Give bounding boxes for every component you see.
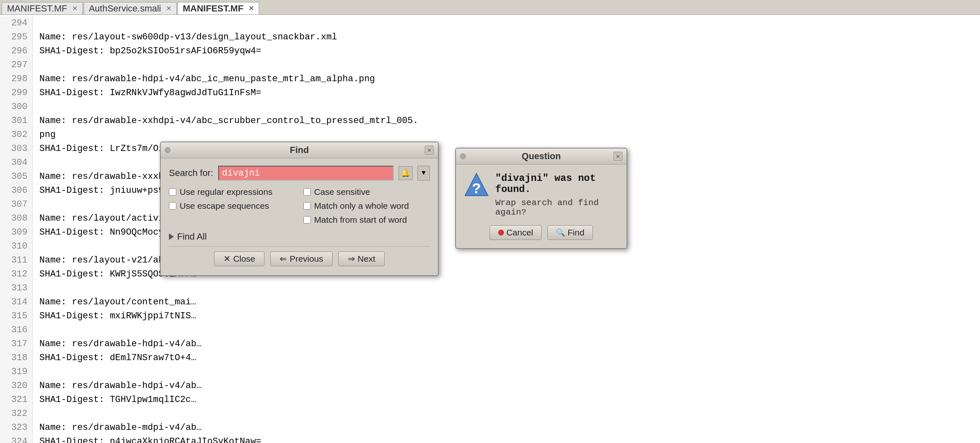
cancel-label: Cancel — [506, 228, 533, 237]
code-line[interactable] — [39, 365, 980, 379]
checkbox-case-input[interactable] — [303, 188, 311, 196]
cancel-button[interactable]: Cancel — [490, 225, 542, 240]
svg-text:?: ? — [472, 181, 481, 197]
code-line[interactable] — [39, 407, 980, 421]
line-number: 301 — [5, 114, 27, 128]
find-dialog-title: Find — [174, 145, 425, 155]
line-number: 302 — [5, 128, 27, 142]
line-number: 299 — [5, 86, 27, 100]
checkbox-whole-word-input[interactable] — [303, 202, 311, 210]
line-number: 313 — [5, 281, 27, 295]
find-dialog: Find ✕ Search for: 🔔 ▼ Use regular expre… — [160, 142, 439, 276]
close-button[interactable]: ✕ Close — [214, 251, 265, 266]
checkbox-escape-label: Use escape sequences — [180, 201, 269, 211]
code-line[interactable]: png — [39, 128, 980, 142]
question-text-area: "divajni" was not found. Wrap search and… — [495, 173, 618, 217]
line-number: 322 — [5, 407, 27, 421]
find-all-label: Find All — [177, 231, 207, 242]
dialog-dot — [165, 147, 171, 153]
question-icon: ? — [464, 173, 489, 197]
cancel-dot-icon — [498, 230, 504, 235]
code-line[interactable]: SHA1-Digest: TGHVlpw1mqlIC2c… — [39, 393, 980, 407]
line-number: 321 — [5, 393, 27, 407]
code-line[interactable] — [39, 58, 980, 72]
next-label: Next — [358, 254, 375, 264]
question-content: ? "divajni" was not found. Wrap search a… — [464, 173, 618, 217]
line-number: 311 — [5, 253, 27, 267]
code-line[interactable]: Name: res/drawable-mdpi-v4/ab… — [39, 421, 980, 435]
find-all-triangle-icon — [169, 233, 174, 240]
tab-close-1[interactable]: ✕ — [72, 5, 77, 12]
find-all-row[interactable]: Find All — [169, 231, 430, 242]
search-dropdown-icon[interactable]: ▼ — [417, 166, 430, 180]
question-buttons: Cancel 🔍 Find — [464, 225, 618, 240]
checkbox-case[interactable]: Case sensitive — [303, 187, 430, 197]
checkbox-start-word-label: Match from start of word — [314, 215, 407, 225]
question-dialog-title: Question — [469, 151, 613, 162]
line-number: 310 — [5, 240, 27, 253]
tab-close-2[interactable]: ✕ — [166, 5, 171, 12]
question-close-button[interactable]: ✕ — [613, 152, 622, 161]
line-number: 295 — [5, 30, 27, 44]
code-line[interactable]: SHA1-Digest: dEml7NSraw7tO+4… — [39, 351, 980, 365]
line-number: 304 — [5, 156, 27, 170]
tab-bar: MANIFEST.MF ✕ AuthService.smali ✕ MANIFE… — [0, 0, 980, 15]
tab-manifest-1[interactable]: MANIFEST.MF ✕ — [2, 2, 83, 14]
search-clear-icon[interactable]: 🔔 — [399, 166, 413, 180]
search-row: Search for: 🔔 ▼ — [169, 166, 430, 180]
line-number: 305 — [5, 170, 27, 184]
line-number: 294 — [5, 16, 27, 30]
code-line[interactable]: Name: res/drawable-hdpi-v4/ab… — [39, 337, 980, 351]
code-line[interactable]: SHA1-Digest: bp25o2kSIOo51rsAFiO6R59yqw4… — [39, 44, 980, 58]
line-number: 307 — [5, 198, 27, 212]
tab-label: AuthService.smali — [89, 3, 161, 14]
tab-label: MANIFEST.MF — [7, 3, 67, 14]
tab-authservice[interactable]: AuthService.smali ✕ — [84, 2, 177, 14]
checkbox-whole-word[interactable]: Match only a whole word — [303, 201, 430, 211]
tab-close-3[interactable]: ✕ — [248, 5, 254, 12]
checkbox-regex-input[interactable] — [169, 188, 176, 196]
find-close-button[interactable]: ✕ — [425, 146, 434, 155]
checkbox-whole-word-label: Match only a whole word — [314, 201, 409, 211]
line-numbers: 2942952962972982993003013023033043053063… — [0, 16, 33, 443]
code-line[interactable]: Name: res/layout-sw600dp-v13/design_layo… — [39, 30, 980, 44]
code-line[interactable]: Name: res/drawable-hdpi-v4/abc_ic_menu_p… — [39, 72, 980, 86]
code-line[interactable]: SHA1-Digest: mxiRWKjppi7tNIS… — [39, 309, 980, 323]
find-dialog-body: Search for: 🔔 ▼ Use regular expressions … — [161, 158, 438, 275]
line-number: 315 — [5, 309, 27, 323]
find-label: Find — [567, 228, 584, 237]
previous-label: Previous — [289, 254, 323, 264]
line-number: 298 — [5, 72, 27, 86]
line-number: 297 — [5, 58, 27, 72]
line-number: 303 — [5, 142, 27, 156]
code-line[interactable] — [39, 323, 980, 337]
tab-label: MANIFEST.MF — [183, 3, 244, 14]
line-number: 323 — [5, 421, 27, 435]
code-line[interactable]: Name: res/drawable-xxhdpi-v4/abc_scrubbe… — [39, 114, 980, 128]
checkbox-escape[interactable]: Use escape sequences — [169, 201, 295, 211]
code-line[interactable] — [39, 281, 980, 295]
search-input[interactable] — [218, 166, 394, 180]
previous-button[interactable]: ⇐ Previous — [270, 251, 333, 266]
line-number: 314 — [5, 295, 27, 309]
line-number: 320 — [5, 379, 27, 393]
checkbox-regex[interactable]: Use regular expressions — [169, 187, 295, 197]
line-number: 318 — [5, 351, 27, 365]
line-number: 309 — [5, 226, 27, 240]
code-line[interactable]: SHA1-Digest: n4jwcaXknjoRCAtaJIoSyKotNaw… — [39, 435, 980, 443]
tab-manifest-2[interactable]: MANIFEST.MF ✕ — [178, 2, 259, 14]
next-icon: ⇒ — [348, 254, 355, 264]
code-line[interactable]: Name: res/drawable-hdpi-v4/ab… — [39, 379, 980, 393]
checkbox-start-word-input[interactable] — [303, 216, 311, 224]
line-number: 296 — [5, 44, 27, 58]
code-line[interactable] — [39, 100, 980, 114]
checkbox-escape-input[interactable] — [169, 202, 176, 210]
code-line[interactable]: SHA1-Digest: IwzRNkVJWfy8agwdJdTuG1InFsM… — [39, 86, 980, 100]
find-magnifier-icon: 🔍 — [556, 228, 565, 237]
find-button[interactable]: 🔍 Find — [547, 225, 593, 240]
code-line[interactable]: Name: res/layout/content_mai… — [39, 295, 980, 309]
checkbox-start-word[interactable]: Match from start of word — [303, 215, 430, 225]
close-x-icon: ✕ — [223, 254, 231, 264]
next-button[interactable]: ⇒ Next — [338, 251, 385, 266]
code-line[interactable] — [39, 16, 980, 30]
